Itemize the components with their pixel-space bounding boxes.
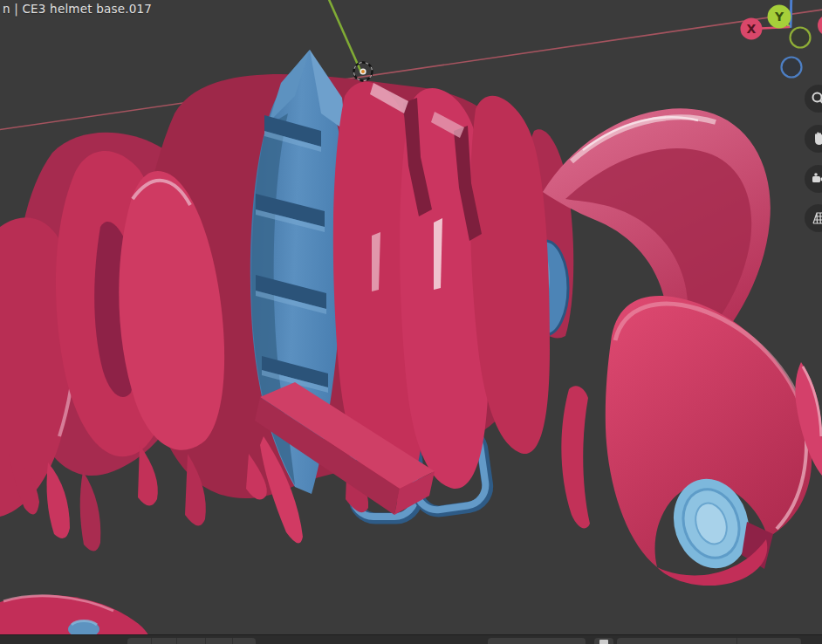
blender-3d-viewport[interactable]: n | CE3 helmet base.017 X Y [0,0,822,644]
camera-icon [811,171,822,187]
gizmo-y-label: Y [774,10,784,24]
3d-cursor [354,63,373,81]
viewport-canvas[interactable] [0,0,822,644]
clipped-button-group-4[interactable] [617,638,801,644]
magnifier-icon [811,91,822,106]
gizmo-neg-x-ball[interactable] [818,15,822,36]
model-shell [606,296,812,586]
bottom-bar [0,634,822,644]
y-axis-line [327,0,361,72]
gizmo-neg-z-ball[interactable] [782,58,802,78]
navigation-gizmo[interactable]: X Y [716,0,822,100]
gizmo-x-label: X [747,22,757,36]
model-mesh [0,50,822,638]
gizmo-neg-y-ball[interactable] [791,28,811,48]
gizmo-x-ball[interactable]: X [741,18,763,40]
gizmo-y-ball[interactable]: Y [768,5,791,29]
clipped-button-icon [599,640,608,644]
hand-icon [811,131,822,147]
clipped-button-group-1[interactable] [127,638,256,644]
viewport-header-text: n | CE3 helmet base.017 [3,2,152,16]
grid-icon [811,210,822,226]
clipped-button-2[interactable] [488,638,586,644]
clipped-button-3[interactable] [594,638,613,644]
